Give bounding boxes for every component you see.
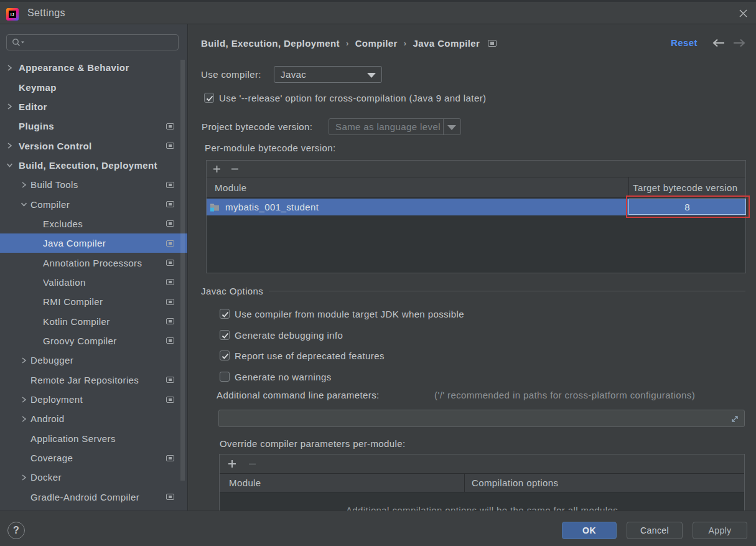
- sidebar-item-keymap[interactable]: Keymap: [0, 77, 187, 96]
- sidebar-item-android[interactable]: Android: [0, 409, 187, 428]
- add-module-button[interactable]: [212, 164, 221, 173]
- javac-option-row-generate-no-warnings: Generate no warnings: [220, 371, 332, 382]
- column-header-target[interactable]: Target bytecode version: [628, 177, 745, 197]
- screen-settings-icon: [166, 337, 174, 344]
- chevron-icon[interactable]: [5, 141, 19, 151]
- intellij-logo-icon: IJ: [6, 8, 19, 21]
- params-hint: ('/' recommended in paths for cross-plat…: [434, 390, 695, 401]
- sidebar-item-application-servers[interactable]: Application Servers: [0, 429, 187, 448]
- module-name: mybatis_001_student: [225, 202, 319, 212]
- chevron-icon[interactable]: [19, 395, 30, 405]
- project-bytecode-value: Same as language level: [335, 121, 441, 132]
- chevron-icon[interactable]: [5, 101, 19, 111]
- use-compiler-select[interactable]: Javac: [274, 66, 382, 83]
- override-label: Override compiler parameters per-module:: [220, 438, 406, 450]
- release-option-checkbox[interactable]: [204, 93, 214, 103]
- javac-option-checkbox[interactable]: [220, 330, 230, 340]
- sidebar-item-editor[interactable]: Editor: [0, 97, 187, 116]
- sidebar-item-java-compiler[interactable]: Java Compiler: [0, 233, 187, 253]
- chevron-icon[interactable]: [5, 63, 19, 73]
- sidebar-item-deployment[interactable]: Deployment: [0, 390, 187, 409]
- sidebar-item-kotlin-compiler[interactable]: Kotlin Compiler: [0, 311, 187, 331]
- sidebar-item-annotation-processors[interactable]: Annotation Processors: [0, 253, 187, 272]
- chevron-icon[interactable]: [19, 375, 30, 385]
- screen-settings-icon: [166, 220, 174, 227]
- sidebar-scrollbar[interactable]: [180, 60, 185, 481]
- sidebar-item-docker[interactable]: Docker: [0, 468, 187, 487]
- sidebar-item-groovy-compiler[interactable]: Groovy Compiler: [0, 331, 187, 351]
- params-input[interactable]: [218, 410, 745, 427]
- javac-option-label: Generate debugging info: [235, 330, 343, 341]
- javac-option-checkbox[interactable]: [220, 309, 230, 319]
- sidebar-item-label: Editor: [19, 101, 47, 112]
- sidebar-item-label: Plugins: [19, 121, 54, 131]
- settings-sidebar: Appearance & Behavior Keymap Editor Plug…: [0, 24, 188, 511]
- chevron-icon[interactable]: [5, 121, 19, 131]
- screen-settings-icon: [166, 377, 174, 383]
- apply-button[interactable]: Apply: [693, 522, 747, 539]
- breadcrumb-java-compiler[interactable]: Java Compiler: [413, 38, 480, 49]
- sidebar-item-build-execution-deployment[interactable]: Build, Execution, Deployment: [0, 156, 187, 175]
- remove-override-button[interactable]: [248, 459, 256, 468]
- javac-option-checkbox[interactable]: [220, 351, 230, 360]
- settings-dialog: IJ Settings Appearance & Behavior Keymap…: [0, 0, 756, 546]
- chevron-icon[interactable]: [5, 160, 19, 170]
- override-table-note: Additional compilation options will be t…: [220, 505, 744, 511]
- expand-icon[interactable]: [730, 415, 739, 423]
- sidebar-item-build-tools[interactable]: Build Tools: [0, 175, 187, 194]
- chevron-icon[interactable]: [19, 453, 30, 463]
- sidebar-item-label: Coverage: [30, 453, 73, 463]
- forward-arrow-icon[interactable]: [732, 35, 746, 51]
- sidebar-item-appearance-behavior[interactable]: Appearance & Behavior: [0, 58, 187, 77]
- section-separator: [269, 291, 745, 291]
- sidebar-item-rmi-compiler[interactable]: RMI Compiler: [0, 292, 187, 311]
- chevron-icon[interactable]: [19, 433, 30, 443]
- add-override-button[interactable]: [228, 459, 236, 468]
- breadcrumb-compiler[interactable]: Compiler: [355, 38, 398, 49]
- sidebar-item-label: Debugger: [30, 355, 73, 365]
- chevron-icon[interactable]: [19, 414, 30, 424]
- sidebar-item-excludes[interactable]: Excludes: [0, 214, 187, 233]
- chevron-icon[interactable]: [19, 199, 30, 209]
- reset-link[interactable]: Reset: [671, 35, 698, 51]
- search-input[interactable]: [6, 34, 179, 50]
- column-header-module[interactable]: Module: [207, 177, 628, 197]
- screen-settings-icon: [166, 201, 174, 207]
- javac-option-row-report-use-of-deprecated-features: Report use of deprecated features: [220, 350, 385, 361]
- sidebar-item-label: Remote Jar Repositories: [30, 375, 139, 385]
- close-icon[interactable]: [737, 7, 749, 19]
- sidebar-item-version-control[interactable]: Version Control: [0, 136, 187, 155]
- chevron-icon[interactable]: [5, 82, 19, 92]
- chevron-icon[interactable]: [19, 355, 30, 365]
- sidebar-item-debugger[interactable]: Debugger: [0, 351, 187, 370]
- window-top-edge: [0, 0, 756, 2]
- sidebar-item-gradle-android-compiler[interactable]: Gradle-Android Compiler: [0, 487, 187, 507]
- sidebar-item-label: Build Tools: [30, 179, 78, 190]
- release-option-row: Use '--release' option for cross-compila…: [204, 92, 486, 103]
- screen-settings-icon: [166, 494, 174, 500]
- column-header-module2[interactable]: Module: [220, 474, 464, 492]
- remove-module-button[interactable]: [230, 164, 239, 173]
- project-bytecode-select[interactable]: Same as language level: [329, 118, 461, 135]
- settings-content: Build, Execution, Deployment›Compiler›Ja…: [189, 24, 756, 511]
- ok-button[interactable]: OK: [562, 522, 617, 539]
- module-table-toolbar: [207, 161, 745, 177]
- sidebar-item-validation[interactable]: Validation: [0, 273, 187, 292]
- sidebar-item-plugins[interactable]: Plugins: [0, 116, 187, 136]
- chevron-icon[interactable]: [19, 180, 30, 190]
- screen-settings-icon: [166, 397, 174, 403]
- chevron-icon[interactable]: [19, 473, 30, 482]
- breadcrumb-build-execution-deployment[interactable]: Build, Execution, Deployment: [201, 38, 340, 49]
- column-header-options[interactable]: Compilation options: [464, 474, 744, 492]
- cancel-button[interactable]: Cancel: [627, 522, 683, 539]
- sidebar-item-remote-jar-repositories[interactable]: Remote Jar Repositories: [0, 370, 187, 390]
- chevron-down-icon: [447, 125, 456, 130]
- back-arrow-icon[interactable]: [712, 35, 726, 51]
- help-icon[interactable]: ?: [7, 522, 25, 539]
- sidebar-item-coverage[interactable]: Coverage: [0, 448, 187, 468]
- javac-option-checkbox[interactable]: [220, 372, 230, 382]
- project-bytecode-label: Project bytecode version:: [202, 118, 312, 135]
- chevron-icon[interactable]: [19, 492, 30, 502]
- sidebar-item-compiler[interactable]: Compiler: [0, 194, 187, 214]
- screen-settings-icon: [166, 143, 174, 149]
